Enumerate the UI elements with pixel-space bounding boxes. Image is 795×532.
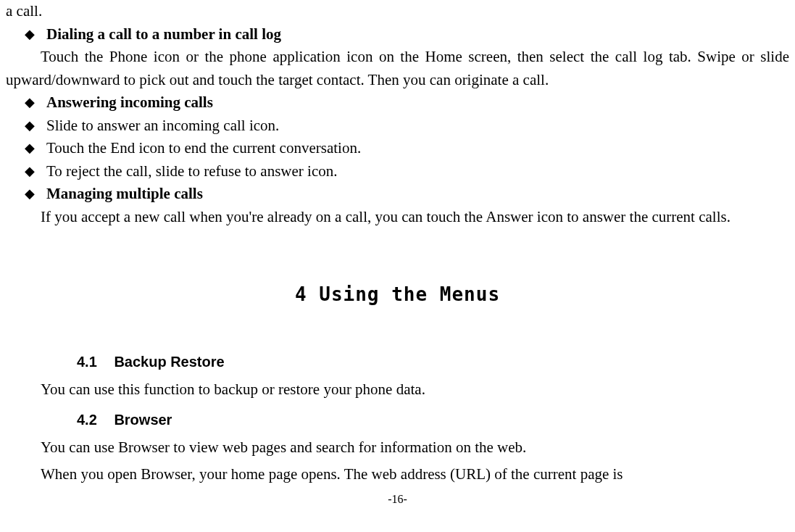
section-title: Browser xyxy=(114,412,172,428)
diamond-icon: ◆ xyxy=(25,91,35,114)
bullet-text: Answering incoming calls xyxy=(46,91,213,115)
section-heading: 4.1 Backup Restore xyxy=(77,351,789,373)
section-heading: 4.2 Browser xyxy=(77,409,789,431)
bullet-text: Slide to answer an incoming call icon. xyxy=(46,115,279,138)
diamond-icon: ◆ xyxy=(25,160,35,183)
diamond-icon: ◆ xyxy=(25,115,35,137)
top-fragment: a call. xyxy=(6,0,789,23)
chapter-title: 4 Using the Menus xyxy=(6,280,789,309)
page-number: -16- xyxy=(6,491,789,508)
diamond-icon: ◆ xyxy=(25,23,35,46)
section-body: You can use Browser to view web pages an… xyxy=(6,436,789,460)
bullet-item: ◆ Touch the End icon to end the current … xyxy=(6,137,789,160)
bullet-item: ◆ Answering incoming calls xyxy=(6,91,789,115)
diamond-icon: ◆ xyxy=(25,137,35,159)
section-number: 4.1 xyxy=(77,354,97,370)
paragraph: Touch the Phone icon or the phone applic… xyxy=(6,46,789,91)
bullet-item: ◆ To reject the call, slide to refuse to… xyxy=(6,160,789,183)
bullet-item: ◆ Slide to answer an incoming call icon. xyxy=(6,115,789,138)
diamond-icon: ◆ xyxy=(25,183,35,205)
section-body: You can use this function to backup or r… xyxy=(6,378,789,402)
bullet-text: To reject the call, slide to refuse to a… xyxy=(46,160,337,183)
bullet-text: Dialing a call to a number in call log xyxy=(46,23,281,46)
bullet-text: Managing multiple calls xyxy=(46,183,203,206)
paragraph: When you open Browser, your home page op… xyxy=(6,463,789,486)
bullet-text: Touch the End icon to end the current co… xyxy=(46,137,361,160)
bullet-item: ◆ Dialing a call to a number in call log xyxy=(6,23,789,46)
section-title: Backup Restore xyxy=(114,354,224,370)
bullet-item: ◆ Managing multiple calls xyxy=(6,183,789,206)
paragraph: If you accept a new call when you're alr… xyxy=(6,206,789,229)
section-number: 4.2 xyxy=(77,412,97,428)
